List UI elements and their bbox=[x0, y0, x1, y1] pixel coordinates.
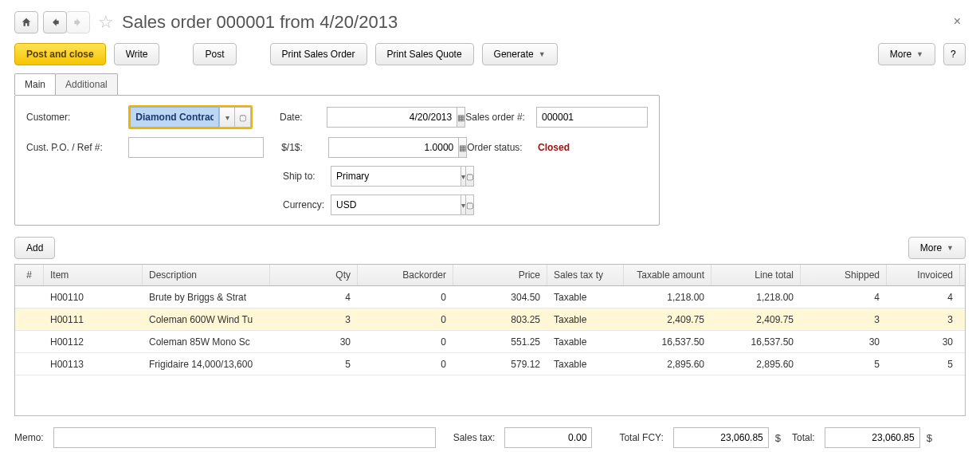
chevron-down-icon: ▼ bbox=[916, 50, 923, 58]
cell: H00112 bbox=[44, 336, 143, 348]
sales-tax-input[interactable] bbox=[504, 427, 592, 448]
col-backorder[interactable]: Backorder bbox=[358, 265, 453, 285]
cell: Taxable bbox=[547, 359, 624, 370]
cell: 0 bbox=[358, 292, 453, 303]
cell: 30 bbox=[270, 336, 358, 348]
cell: 5 bbox=[887, 359, 960, 370]
cell: 3 bbox=[801, 314, 887, 325]
ship-to-dropdown-button[interactable]: ▾ bbox=[461, 166, 466, 187]
col-invoiced[interactable]: Invoiced bbox=[887, 265, 960, 285]
cell: 16,537.50 bbox=[624, 336, 711, 348]
date-picker-button[interactable]: ▦ bbox=[457, 107, 465, 128]
cust-po-label: Cust. P.O. / Ref #: bbox=[26, 142, 128, 153]
cell: Taxable bbox=[547, 292, 624, 303]
cell: 30 bbox=[887, 336, 960, 348]
lineitems-grid[interactable]: # Item Description Qty Backorder Price S… bbox=[14, 264, 966, 416]
write-button[interactable]: Write bbox=[114, 43, 160, 65]
tab-main[interactable]: Main bbox=[14, 73, 56, 95]
col-taxable-amount[interactable]: Taxable amount bbox=[624, 265, 711, 285]
post-and-close-button[interactable]: Post and close bbox=[14, 43, 106, 65]
customer-dropdown-button[interactable]: ▾ bbox=[219, 107, 235, 128]
total-fcy-label: Total FCY: bbox=[619, 432, 663, 443]
print-sales-order-button[interactable]: Print Sales Order bbox=[270, 43, 367, 65]
cell: 0 bbox=[358, 359, 453, 370]
open-icon: ▢ bbox=[466, 172, 473, 181]
rate-picker-button[interactable]: ▦ bbox=[458, 137, 467, 158]
col-item[interactable]: Item bbox=[44, 265, 143, 285]
favorite-star-icon[interactable]: ☆ bbox=[98, 12, 114, 33]
cell: H00111 bbox=[44, 314, 143, 325]
ship-to-open-button[interactable]: ▢ bbox=[466, 166, 474, 187]
chevron-down-icon: ▾ bbox=[225, 113, 229, 122]
currency-label: Currency: bbox=[283, 199, 331, 210]
col-price[interactable]: Price bbox=[453, 265, 547, 285]
date-label: Date: bbox=[280, 112, 327, 123]
generate-label: Generate bbox=[494, 49, 534, 60]
col-description[interactable]: Description bbox=[143, 265, 270, 285]
table-row[interactable]: H00110Brute by Briggs & Strat40304.50Tax… bbox=[15, 286, 965, 309]
customer-open-button[interactable]: ▢ bbox=[235, 107, 251, 128]
sales-order-no-input[interactable] bbox=[536, 107, 648, 128]
cell: Coleman 600W Wind Tu bbox=[143, 314, 270, 325]
currency-open-button[interactable]: ▢ bbox=[466, 195, 474, 215]
fcy-currency-symbol: $ bbox=[775, 432, 781, 444]
total-input[interactable] bbox=[825, 427, 920, 448]
forward-button[interactable] bbox=[66, 11, 90, 33]
tab-additional[interactable]: Additional bbox=[55, 73, 118, 95]
currency-dropdown-button[interactable]: ▾ bbox=[461, 195, 466, 215]
table-row[interactable]: H00111Coleman 600W Wind Tu30803.25Taxabl… bbox=[15, 309, 965, 331]
cell: 3 bbox=[887, 314, 960, 325]
generate-button[interactable]: Generate▼ bbox=[482, 43, 558, 65]
cell: Brute by Briggs & Strat bbox=[143, 292, 270, 303]
chevron-down-icon: ▼ bbox=[539, 50, 546, 58]
cell: 803.25 bbox=[453, 314, 547, 325]
more-button[interactable]: More▼ bbox=[878, 43, 935, 65]
arrow-left-icon bbox=[49, 17, 61, 28]
cell: 1,218.00 bbox=[624, 292, 711, 303]
currency-input[interactable] bbox=[331, 195, 461, 215]
add-line-button[interactable]: Add bbox=[14, 237, 55, 259]
post-button[interactable]: Post bbox=[193, 43, 236, 65]
col-shipped[interactable]: Shipped bbox=[801, 265, 887, 285]
table-row[interactable]: H00112Coleman 85W Mono Sc300551.25Taxabl… bbox=[15, 331, 965, 353]
cell: 1,218.00 bbox=[711, 292, 801, 303]
home-button[interactable] bbox=[14, 11, 38, 33]
order-status-label: Order status: bbox=[467, 142, 538, 153]
total-fcy-input[interactable] bbox=[673, 427, 769, 448]
lineitems-more-label: More bbox=[920, 242, 942, 254]
open-icon: ▢ bbox=[466, 201, 473, 210]
back-button[interactable] bbox=[43, 11, 67, 33]
rate-input[interactable] bbox=[328, 137, 458, 158]
col-sales-tax[interactable]: Sales tax ty bbox=[547, 265, 624, 285]
more-label: More bbox=[890, 49, 911, 60]
cell: 5 bbox=[270, 359, 358, 370]
cell: H00113 bbox=[44, 359, 143, 370]
lineitems-more-button[interactable]: More▼ bbox=[908, 237, 966, 259]
close-button[interactable]: × bbox=[954, 14, 961, 29]
cell: 304.50 bbox=[453, 292, 547, 303]
cell: 16,537.50 bbox=[711, 336, 801, 348]
customer-input[interactable] bbox=[130, 107, 219, 128]
print-sales-quote-button[interactable]: Print Sales Quote bbox=[375, 43, 474, 65]
home-icon bbox=[21, 17, 32, 28]
ship-to-label: Ship to: bbox=[283, 171, 331, 182]
chevron-down-icon: ▾ bbox=[461, 201, 465, 210]
table-row[interactable]: H00113Frigidaire 14,000/13,60050579.12Ta… bbox=[15, 353, 965, 375]
col-line-total[interactable]: Line total bbox=[711, 265, 801, 285]
date-input[interactable] bbox=[327, 107, 457, 128]
customer-label: Customer: bbox=[26, 112, 128, 123]
col-qty[interactable]: Qty bbox=[270, 265, 358, 285]
ship-to-input[interactable] bbox=[331, 166, 461, 187]
memo-input[interactable] bbox=[53, 427, 436, 448]
cell: 30 bbox=[801, 336, 887, 348]
cell: 2,409.75 bbox=[711, 314, 801, 325]
total-label: Total: bbox=[792, 432, 815, 443]
cell: 551.25 bbox=[453, 336, 547, 348]
arrow-right-icon bbox=[73, 17, 84, 28]
calculator-icon: ▦ bbox=[459, 143, 466, 152]
help-button[interactable]: ? bbox=[943, 43, 966, 65]
cell: 2,409.75 bbox=[624, 314, 711, 325]
cell: Taxable bbox=[547, 314, 624, 325]
col-num[interactable]: # bbox=[15, 265, 44, 285]
cust-po-input[interactable] bbox=[128, 137, 264, 158]
